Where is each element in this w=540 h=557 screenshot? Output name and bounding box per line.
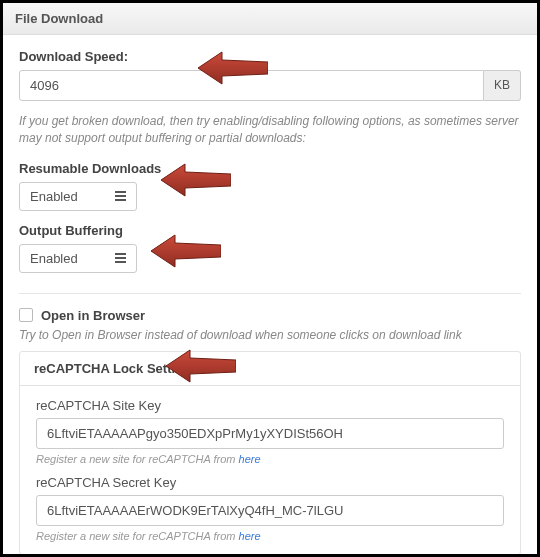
download-speed-input[interactable] xyxy=(19,70,484,101)
recaptcha-site-key-hint: Register a new site for reCAPTCHA from h… xyxy=(36,453,504,465)
buffering-label: Output Buffering xyxy=(19,223,521,238)
broken-download-help: If you get broken download, then try ena… xyxy=(19,113,521,147)
buffering-selected: Enabled xyxy=(30,251,78,266)
resumable-dropdown[interactable]: Enabled xyxy=(19,182,137,211)
resumable-label: Resumable Downloads xyxy=(19,161,521,176)
menu-icon xyxy=(115,251,126,265)
panel-title: File Download xyxy=(3,3,537,35)
resumable-selected: Enabled xyxy=(30,189,78,204)
divider xyxy=(19,293,521,294)
recaptcha-site-key-input[interactable] xyxy=(36,418,504,449)
recaptcha-site-key-label: reCAPTCHA Site Key xyxy=(36,398,504,413)
recaptcha-panel-title: reCAPTCHA Lock Settings xyxy=(20,352,520,386)
recaptcha-secret-key-label: reCAPTCHA Secret Key xyxy=(36,475,504,490)
panel-body: Download Speed: KB If you get broken dow… xyxy=(3,35,537,557)
open-in-browser-help: Try to Open in Browser instead of downlo… xyxy=(19,327,521,344)
recaptcha-panel: reCAPTCHA Lock Settings reCAPTCHA Site K… xyxy=(19,351,521,555)
recaptcha-register-link[interactable]: here xyxy=(239,453,261,465)
download-speed-group: KB xyxy=(19,70,521,101)
open-in-browser-checkbox[interactable] xyxy=(19,308,33,322)
download-speed-label: Download Speed: xyxy=(19,49,521,64)
recaptcha-secret-key-hint: Register a new site for reCAPTCHA from h… xyxy=(36,530,504,542)
open-in-browser-label: Open in Browser xyxy=(41,308,145,323)
recaptcha-secret-key-input[interactable] xyxy=(36,495,504,526)
recaptcha-register-link[interactable]: here xyxy=(239,530,261,542)
buffering-dropdown[interactable]: Enabled xyxy=(19,244,137,273)
download-speed-unit: KB xyxy=(484,70,521,101)
menu-icon xyxy=(115,189,126,203)
open-in-browser-row: Open in Browser xyxy=(19,308,521,323)
recaptcha-panel-body: reCAPTCHA Site Key Register a new site f… xyxy=(20,386,520,554)
